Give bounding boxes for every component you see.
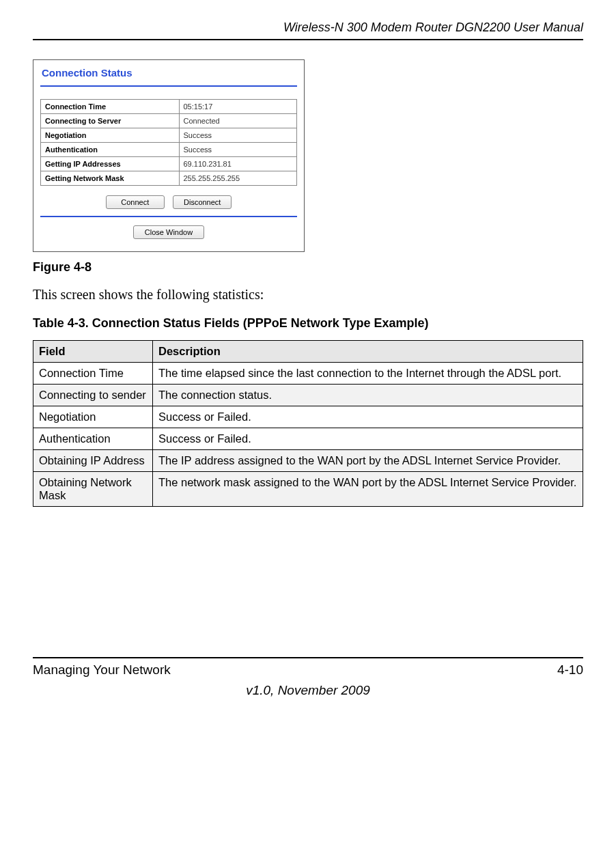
connection-status-screenshot: Connection Status Connection Time 05:15:… xyxy=(33,59,305,252)
td-field: Connection Time xyxy=(33,363,153,385)
table-row: Obtaining Network Mask The network mask … xyxy=(33,472,583,507)
cs-title: Connection Status xyxy=(42,67,297,79)
td-field: Obtaining IP Address xyxy=(33,450,153,472)
td-desc: The connection status. xyxy=(153,385,583,406)
cs-value: Success xyxy=(179,143,297,157)
td-desc: Success or Failed. xyxy=(153,428,583,450)
cs-value: Connected xyxy=(179,114,297,128)
close-window-button[interactable]: Close Window xyxy=(133,225,204,239)
table-row: Obtaining IP Address The IP address assi… xyxy=(33,450,583,472)
cs-value: Success xyxy=(179,128,297,143)
footer-left: Managing Your Network xyxy=(33,662,171,678)
cs-row: Connection Time 05:15:17 xyxy=(41,100,297,114)
cs-row: Getting IP Addresses 69.110.231.81 xyxy=(41,157,297,171)
figure-label: Figure 4-8 xyxy=(33,260,583,275)
footer-center: v1.0, November 2009 xyxy=(33,683,583,698)
doc-title: Wireless-N 300 Modem Router DGN2200 User… xyxy=(33,20,583,35)
cs-row: Getting Network Mask 255.255.255.255 xyxy=(41,171,297,186)
intro-text: This screen shows the following statisti… xyxy=(33,287,583,303)
footer-right: 4-10 xyxy=(557,662,583,678)
cs-label: Connecting to Server xyxy=(41,114,180,128)
table-row: Connecting to sender The connection stat… xyxy=(33,385,583,406)
cs-label: Getting IP Addresses xyxy=(41,157,180,171)
cs-label: Getting Network Mask xyxy=(41,171,180,186)
cs-value: 69.110.231.81 xyxy=(179,157,297,171)
footer-rule xyxy=(33,657,583,658)
table-row: Negotiation Success or Failed. xyxy=(33,406,583,428)
td-field: Authentication xyxy=(33,428,153,450)
connect-button[interactable]: Connect xyxy=(106,195,165,209)
table-header-row: Field Description xyxy=(33,341,583,363)
td-field: Negotiation xyxy=(33,406,153,428)
cs-value: 05:15:17 xyxy=(179,100,297,114)
header-rule xyxy=(33,39,583,40)
table-row: Connection Time The time elapsed since t… xyxy=(33,363,583,385)
cs-status-table: Connection Time 05:15:17 Connecting to S… xyxy=(40,99,297,186)
cs-label: Negotiation xyxy=(41,128,180,143)
cs-row: Negotiation Success xyxy=(41,128,297,143)
cs-label: Authentication xyxy=(41,143,180,157)
td-desc: Success or Failed. xyxy=(153,406,583,428)
th-field: Field xyxy=(33,341,153,363)
description-table: Field Description Connection Time The ti… xyxy=(33,340,583,507)
cs-rule-bottom xyxy=(40,216,297,217)
td-field: Obtaining Network Mask xyxy=(33,472,153,507)
cs-label: Connection Time xyxy=(41,100,180,114)
td-field: Connecting to sender xyxy=(33,385,153,406)
td-desc: The network mask assigned to the WAN por… xyxy=(153,472,583,507)
disconnect-button[interactable]: Disconnect xyxy=(173,195,232,209)
cs-value: 255.255.255.255 xyxy=(179,171,297,186)
table-caption: Table 4-3. Connection Status Fields (PPP… xyxy=(33,316,583,331)
page-footer: Managing Your Network 4-10 v1.0, Novembe… xyxy=(33,657,583,698)
cs-rule-top xyxy=(40,85,297,87)
td-desc: The IP address assigned to the WAN port … xyxy=(153,450,583,472)
td-desc: The time elapsed since the last connecti… xyxy=(153,363,583,385)
th-description: Description xyxy=(153,341,583,363)
cs-close-row: Close Window xyxy=(40,225,297,239)
table-row: Authentication Success or Failed. xyxy=(33,428,583,450)
cs-row: Authentication Success xyxy=(41,143,297,157)
cs-button-row: Connect Disconnect xyxy=(40,195,297,209)
cs-row: Connecting to Server Connected xyxy=(41,114,297,128)
